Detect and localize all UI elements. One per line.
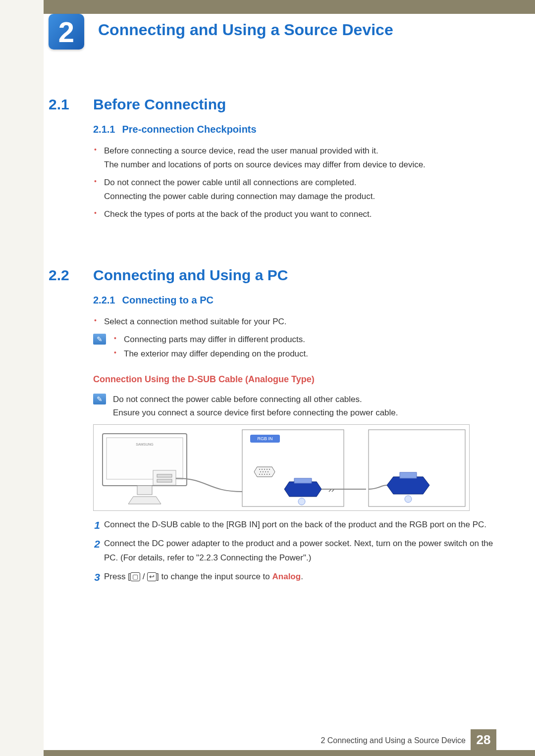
top-accent-bar [0,0,535,14]
step-text: Connect the D-SUB cable to the [RGB IN] … [104,520,486,529]
step-text-middle: ] to change the input source to [157,572,272,581]
note-block: ✎ Connecting parts may differ in differe… [93,333,495,361]
svg-text:SAMSUNG: SAMSUNG [136,443,153,446]
svg-point-16 [265,471,266,472]
section-number: 2.1 [49,96,93,113]
svg-rect-5 [157,474,172,477]
svg-point-25 [405,496,412,503]
connection-diagram: SAMSUNG RGB IN [93,424,470,511]
source-button-icon: ▢ [130,572,140,581]
svg-point-22 [269,474,270,475]
section-title: Before Connecting [93,96,226,113]
footer-chapter-text: 2 Connecting and Using a Source Device [321,736,466,745]
svg-point-14 [260,471,261,472]
dsub-heading: Connection Using the D-SUB Cable (Analog… [93,374,495,385]
note-block-dsub: ✎ Do not connect the power cable before … [93,393,495,419]
section-title: Connecting and Using a PC [93,267,288,284]
subsection-number: 2.1.1 [93,124,115,135]
svg-point-9 [259,469,260,470]
svg-point-19 [262,474,263,475]
connection-steps: 1 Connect the D-SUB cable to the [RGB IN… [87,518,495,583]
section-2-2-heading: 2.2 Connecting and Using a PC [49,267,495,284]
svg-point-13 [269,469,270,470]
svg-point-20 [264,474,265,475]
note-list: Connecting parts may differ in different… [113,333,308,361]
checkpoints-list: Before connecting a source device, read … [93,144,495,221]
rgb-in-label: RGB IN [257,436,272,441]
analog-label: Analog [272,572,301,581]
step-text-prefix: Press [ [104,572,130,581]
note-icon: ✎ [93,394,106,404]
subsection-title: Pre-connection Checkpoints [122,124,256,135]
left-accent-bar [0,0,44,756]
svg-point-21 [267,474,268,475]
footer-accent-bar [44,750,535,756]
list-item: Connecting parts may differ in different… [113,333,308,347]
step-number: 3 [87,569,100,586]
vga-port-icon [254,467,275,477]
svg-point-15 [263,471,264,472]
svg-rect-4 [153,470,176,485]
subsection-title: Connecting to a PC [122,295,213,306]
list-item: The exterior may differ depending on the… [113,347,308,361]
step-text-suffix: . [301,572,303,581]
subsection-number: 2.2.1 [93,295,115,306]
svg-point-18 [259,474,260,475]
list-item: Do not connect the power cable until all… [93,176,495,203]
chapter-title: Connecting and Using a Source Device [98,21,393,39]
step-item: 1 Connect the D-SUB cable to the [RGB IN… [87,518,495,532]
note-icon: ✎ [93,334,106,345]
step-item: 3 Press [▢ / ↩] to change the input sour… [87,570,495,584]
list-item: Before connecting a source device, read … [93,144,495,172]
chapter-number-badge: 2 [49,14,84,50]
list-item: Select a connection method suitable for … [93,315,495,329]
svg-point-11 [264,469,265,470]
step-number: 1 [87,517,100,534]
step-number: 2 [87,536,100,553]
monitor-illustration: SAMSUNG [103,434,187,504]
source-arrow-icon: ↩ [147,572,157,581]
page-content: 2.1 Before Connecting 2.1.1 Pre-connecti… [49,84,495,589]
section-2-1-1-heading: 2.1.1 Pre-connection Checkpoints [93,124,495,135]
step-item: 2 Connect the DC power adapter to the pr… [87,537,495,564]
page-footer: 2 Connecting and Using a Source Device 2… [0,733,535,756]
section-number: 2.2 [49,267,93,284]
svg-rect-3 [137,486,152,495]
svg-point-12 [267,469,268,470]
section-2-1-heading: 2.1 Before Connecting [49,96,495,113]
step-text: Connect the DC power adapter to the prod… [104,539,493,562]
svg-rect-24 [369,430,465,506]
svg-point-23 [298,498,305,505]
svg-rect-6 [157,479,172,482]
section-2-2-1-heading: 2.2.1 Connecting to a PC [93,295,495,306]
svg-point-17 [268,471,268,472]
list-item: Check the types of ports at the back of … [93,207,495,221]
connecting-pc-list: Select a connection method suitable for … [93,315,495,329]
note-text: Do not connect the power cable before co… [113,393,398,419]
page-number-badge: 28 [471,729,496,750]
svg-point-10 [262,469,263,470]
